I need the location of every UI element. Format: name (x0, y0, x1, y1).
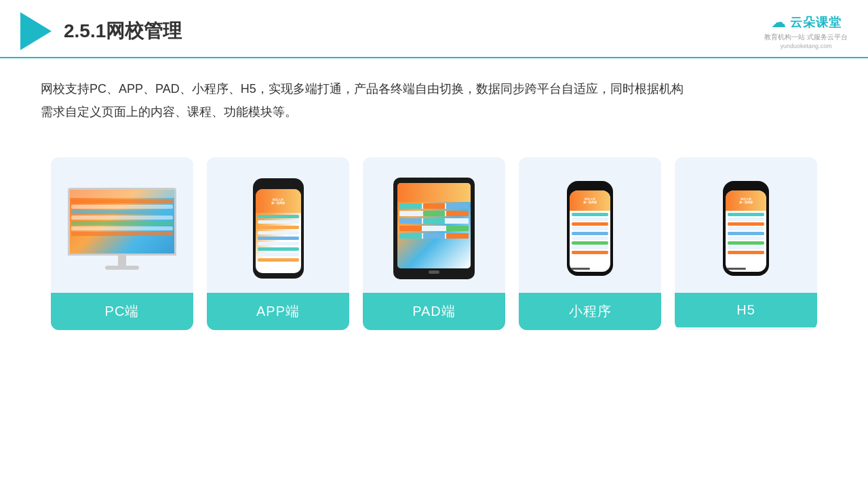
mini-row-2 (572, 218, 608, 221)
t-block-15 (446, 233, 469, 239)
h5-row-1 (728, 213, 764, 216)
mini-row-3 (572, 222, 608, 226)
logo-triangle-icon (20, 12, 52, 50)
monitor-row-6 (71, 226, 173, 230)
tablet-row-1 (399, 203, 469, 209)
monitor-row-3 (71, 210, 173, 214)
mini-row-4 (572, 227, 608, 230)
card-pad-label: PAD端 (363, 293, 505, 330)
phone-row-4 (258, 231, 299, 235)
phone-row-2 (258, 220, 299, 224)
card-miniprogram: 职达人的第一堂网课 小程序 (519, 157, 661, 330)
card-app-label: APP端 (207, 293, 349, 330)
pad-tablet-icon (393, 178, 475, 279)
brand-tagline: 教育机构一站 式服务云平台 (764, 33, 848, 41)
h5-row-5 (728, 232, 764, 235)
mini-row-1 (572, 213, 608, 216)
t-block-10 (399, 226, 422, 231)
t-block-3 (446, 203, 469, 209)
description-text-2: 需求自定义页面上的内容、课程、功能模块等。 (41, 100, 827, 123)
phone-row-1 (258, 215, 299, 218)
phone-row-6 (258, 242, 299, 245)
card-pc-label: PC端 (51, 293, 193, 330)
brand-name: 云朵课堂 (790, 14, 842, 30)
h5-row-7 (728, 241, 764, 245)
h5-header-text: 职达人的第一堂网课 (739, 197, 753, 204)
header-left: 2.5.1网校管理 (20, 12, 182, 50)
phone-row-5 (258, 237, 299, 240)
tablet-screen (397, 183, 471, 268)
card-h5-image: 职达人的第一堂网课 (675, 157, 817, 293)
cloud-icon: ☁ (771, 14, 786, 31)
h5-body (726, 211, 766, 256)
t-block-6 (446, 211, 469, 216)
card-h5-label: H5 (675, 293, 817, 327)
t-block-13 (399, 233, 422, 239)
phone-content (258, 215, 299, 262)
app-phone-icon: 职达人的第一堂网课 (253, 178, 304, 279)
h5-row-4 (728, 227, 764, 230)
tablet-row-2 (399, 211, 469, 216)
card-app: 职达人的第一堂网课 APP端 (207, 157, 349, 330)
t-block-11 (423, 226, 446, 231)
mini-row-7 (572, 241, 608, 245)
tablet-home-button (429, 270, 439, 274)
description-text: 网校支持PC、APP、PAD、小程序、H5，实现多端打通，产品各终端自由切换，数… (41, 77, 827, 100)
h5-row-2 (728, 218, 764, 221)
t-block-7 (399, 218, 422, 224)
h5-row-3 (728, 222, 764, 226)
mini-row-6 (572, 237, 608, 240)
h5-phone-icon: 职达人的第一堂网课 (723, 181, 769, 276)
mini-row-5 (572, 232, 608, 235)
card-miniprogram-label: 小程序 (519, 293, 661, 330)
card-pad-image (363, 157, 505, 293)
mini-row-8 (572, 246, 608, 249)
brand-logo: ☁ 云朵课堂 教育机构一站 式服务云平台 yunduoketang.com (764, 14, 848, 49)
miniprogram-phone-icon: 职达人的第一堂网课 (567, 181, 613, 276)
phone-notch (270, 184, 286, 187)
monitor-screen-content (71, 199, 173, 252)
t-block-2 (423, 203, 446, 209)
tablet-row-4 (399, 226, 469, 231)
phone-row-3 (258, 226, 299, 229)
cards-container: PC端 职达人的第一堂网课 (0, 137, 868, 350)
page-description: 网校支持PC、APP、PAD、小程序、H5，实现多端打通，产品各终端自由切换，数… (0, 58, 868, 130)
t-block-1 (399, 203, 422, 209)
phone-header-text: 职达人的第一堂网课 (271, 198, 285, 205)
brand-cloud: ☁ 云朵课堂 (771, 14, 842, 31)
mini-body (570, 211, 610, 256)
card-pad: PAD端 (363, 157, 505, 330)
t-block-8 (423, 218, 446, 224)
h5-row-8 (728, 246, 764, 249)
monitor-screen (68, 188, 176, 256)
t-block-9 (446, 218, 469, 224)
mini-notch (583, 185, 597, 188)
phone-row-8 (258, 253, 299, 256)
tablet-header (397, 183, 471, 202)
card-pc: PC端 (51, 157, 193, 330)
monitor-stand (118, 256, 126, 266)
t-block-14 (423, 233, 446, 239)
h5-row-6 (728, 237, 764, 240)
h5-header: 职达人的第一堂网课 (726, 190, 766, 211)
monitor-row-1 (71, 199, 173, 203)
monitor-row-4 (71, 216, 173, 220)
h5-bottom-bar (726, 268, 746, 270)
mini-header-text: 职达人的第一堂网课 (583, 197, 597, 204)
monitor-row-5 (71, 221, 173, 225)
t-block-4 (399, 211, 422, 216)
pc-monitor-icon (68, 188, 176, 270)
card-pc-image (51, 157, 193, 293)
page-title: 2.5.1网校管理 (64, 18, 182, 44)
mini-bottom-bar (570, 268, 590, 270)
h5-notch (739, 185, 753, 188)
mini-row-9 (572, 251, 608, 254)
page-header: 2.5.1网校管理 ☁ 云朵课堂 教育机构一站 式服务云平台 yunduoket… (0, 0, 868, 58)
phone-screen: 职达人的第一堂网课 (256, 189, 301, 273)
monitor-base (105, 266, 139, 270)
card-h5: 职达人的第一堂网课 H5 (675, 157, 817, 330)
tablet-row-5 (399, 233, 469, 239)
monitor-row-7 (71, 232, 173, 236)
monitor-row-2 (71, 205, 173, 209)
phone-header: 职达人的第一堂网课 (256, 189, 301, 213)
